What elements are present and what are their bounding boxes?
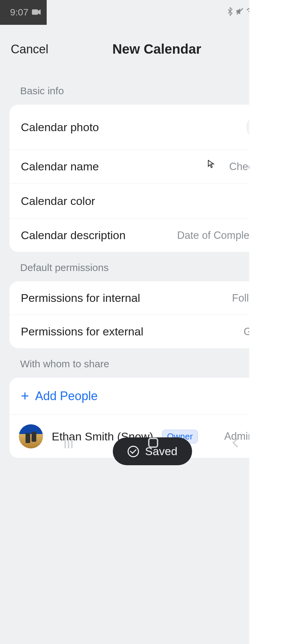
status-time: 9:07 [10, 7, 29, 18]
bluetooth-icon [227, 7, 233, 18]
svg-rect-0 [32, 9, 38, 15]
status-left: 9:07 [0, 0, 47, 25]
add-people-label: Add People [35, 389, 98, 403]
permissions-internal-label: Permissions for internal [21, 291, 140, 305]
permissions-external-label: Permissions for external [21, 325, 143, 338]
calendar-name-label: Calendar name [21, 160, 99, 173]
nav-home-button[interactable] [148, 438, 158, 448]
nav-back-button[interactable] [232, 438, 242, 447]
page-title: New Calendar [112, 42, 201, 57]
cancel-button[interactable]: Cancel [11, 42, 48, 56]
calendar-color-label: Calendar color [21, 195, 95, 208]
calendar-description-label: Calendar description [21, 229, 126, 242]
plus-icon: + [21, 389, 29, 403]
nav-recent-button[interactable] [64, 437, 73, 448]
screen-record-icon [32, 7, 41, 18]
calendar-photo-label: Calendar photo [21, 121, 99, 134]
mute-icon [235, 7, 244, 18]
decorative-side-strip [249, 0, 305, 644]
